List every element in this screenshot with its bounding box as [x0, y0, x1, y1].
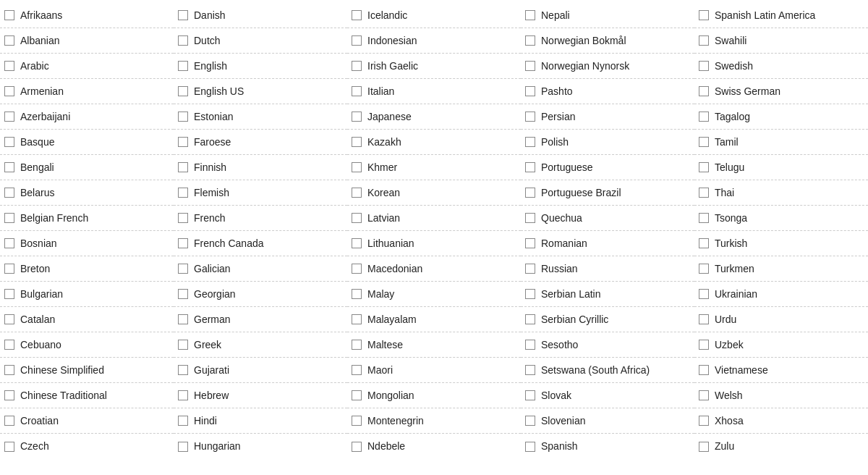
language-checkbox[interactable]	[178, 61, 188, 71]
language-item[interactable]: Turkish	[694, 231, 868, 256]
language-item[interactable]: Setswana (South Africa)	[521, 358, 694, 383]
language-item[interactable]: Greek	[174, 332, 347, 358]
language-checkbox[interactable]	[699, 137, 709, 147]
language-item[interactable]: English US	[174, 79, 347, 104]
language-item[interactable]: Ndebele	[347, 434, 521, 459]
language-item[interactable]: Sesotho	[521, 332, 694, 358]
language-item[interactable]: Malayalam	[347, 307, 521, 332]
language-checkbox[interactable]	[352, 188, 362, 198]
language-checkbox[interactable]	[178, 112, 188, 122]
language-checkbox[interactable]	[699, 264, 709, 274]
language-checkbox[interactable]	[699, 162, 709, 172]
language-checkbox[interactable]	[525, 340, 535, 350]
language-item[interactable]: Maori	[347, 358, 521, 383]
language-item[interactable]: Norwegian Nynorsk	[521, 54, 694, 79]
language-item[interactable]: French	[174, 206, 347, 231]
language-item[interactable]: Persian	[521, 104, 694, 130]
language-item[interactable]: Turkmen	[694, 256, 868, 282]
language-checkbox[interactable]	[4, 188, 14, 198]
language-item[interactable]: Serbian Latin	[521, 282, 694, 307]
language-checkbox[interactable]	[178, 162, 188, 172]
language-item[interactable]: Hindi	[174, 408, 347, 434]
language-item[interactable]: Icelandic	[347, 3, 521, 28]
language-checkbox[interactable]	[525, 314, 535, 324]
language-item[interactable]: Bosnian	[0, 231, 174, 256]
language-item[interactable]: Flemish	[174, 180, 347, 206]
language-checkbox[interactable]	[178, 213, 188, 223]
language-checkbox[interactable]	[178, 10, 188, 20]
language-checkbox[interactable]	[525, 112, 535, 122]
language-checkbox[interactable]	[525, 10, 535, 20]
language-checkbox[interactable]	[4, 238, 14, 248]
language-item[interactable]: Georgian	[174, 282, 347, 307]
language-checkbox[interactable]	[4, 61, 14, 71]
language-item[interactable]: Chinese Traditional	[0, 383, 174, 408]
language-item[interactable]: Nepali	[521, 3, 694, 28]
language-item[interactable]: Hungarian	[174, 434, 347, 459]
language-checkbox[interactable]	[699, 10, 709, 20]
language-checkbox[interactable]	[352, 137, 362, 147]
language-checkbox[interactable]	[4, 365, 14, 375]
language-checkbox[interactable]	[525, 390, 535, 400]
language-item[interactable]: Malay	[347, 282, 521, 307]
language-item[interactable]: Belgian French	[0, 206, 174, 231]
language-item[interactable]: Estonian	[174, 104, 347, 130]
language-checkbox[interactable]	[4, 264, 14, 274]
language-item[interactable]: Cebuano	[0, 332, 174, 358]
language-item[interactable]: Korean	[347, 180, 521, 206]
language-item[interactable]: English	[174, 54, 347, 79]
language-checkbox[interactable]	[525, 188, 535, 198]
language-checkbox[interactable]	[178, 442, 188, 452]
language-checkbox[interactable]	[178, 137, 188, 147]
language-checkbox[interactable]	[178, 289, 188, 299]
language-checkbox[interactable]	[4, 390, 14, 400]
language-checkbox[interactable]	[178, 416, 188, 426]
language-checkbox[interactable]	[352, 289, 362, 299]
language-item[interactable]: Faroese	[174, 130, 347, 155]
language-checkbox[interactable]	[699, 35, 709, 46]
language-item[interactable]: Slovak	[521, 383, 694, 408]
language-checkbox[interactable]	[699, 238, 709, 248]
language-item[interactable]: Irish Gaelic	[347, 54, 521, 79]
language-checkbox[interactable]	[352, 416, 362, 426]
language-item[interactable]: Japanese	[347, 104, 521, 130]
language-checkbox[interactable]	[352, 213, 362, 223]
language-item[interactable]: Latvian	[347, 206, 521, 231]
language-checkbox[interactable]	[178, 35, 188, 46]
language-item[interactable]: Thai	[694, 180, 868, 206]
language-checkbox[interactable]	[699, 390, 709, 400]
language-item[interactable]: Xhosa	[694, 408, 868, 434]
language-item[interactable]: Norwegian Bokmål	[521, 28, 694, 54]
language-checkbox[interactable]	[352, 86, 362, 96]
language-item[interactable]: Tamil	[694, 130, 868, 155]
language-checkbox[interactable]	[352, 442, 362, 452]
language-checkbox[interactable]	[525, 61, 535, 71]
language-checkbox[interactable]	[699, 365, 709, 375]
language-item[interactable]: Spanish	[521, 434, 694, 459]
language-item[interactable]: Vietnamese	[694, 358, 868, 383]
language-item[interactable]: Pashto	[521, 79, 694, 104]
language-item[interactable]: Belarus	[0, 180, 174, 206]
language-item[interactable]: Arabic	[0, 54, 174, 79]
language-item[interactable]: Breton	[0, 256, 174, 282]
language-checkbox[interactable]	[699, 442, 709, 452]
language-item[interactable]: Bulgarian	[0, 282, 174, 307]
language-item[interactable]: Albanian	[0, 28, 174, 54]
language-item[interactable]: Afrikaans	[0, 3, 174, 28]
language-item[interactable]: Portuguese	[521, 155, 694, 180]
language-checkbox[interactable]	[178, 390, 188, 400]
language-checkbox[interactable]	[699, 416, 709, 426]
language-item[interactable]: Finnish	[174, 155, 347, 180]
language-checkbox[interactable]	[352, 340, 362, 350]
language-checkbox[interactable]	[525, 442, 535, 452]
language-checkbox[interactable]	[699, 61, 709, 71]
language-checkbox[interactable]	[178, 264, 188, 274]
language-item[interactable]: Romanian	[521, 231, 694, 256]
language-item[interactable]: Macedonian	[347, 256, 521, 282]
language-item[interactable]: French Canada	[174, 231, 347, 256]
language-checkbox[interactable]	[525, 264, 535, 274]
language-item[interactable]: Kazakh	[347, 130, 521, 155]
language-item[interactable]: Montenegrin	[347, 408, 521, 434]
language-item[interactable]: Dutch	[174, 28, 347, 54]
language-item[interactable]: Galician	[174, 256, 347, 282]
